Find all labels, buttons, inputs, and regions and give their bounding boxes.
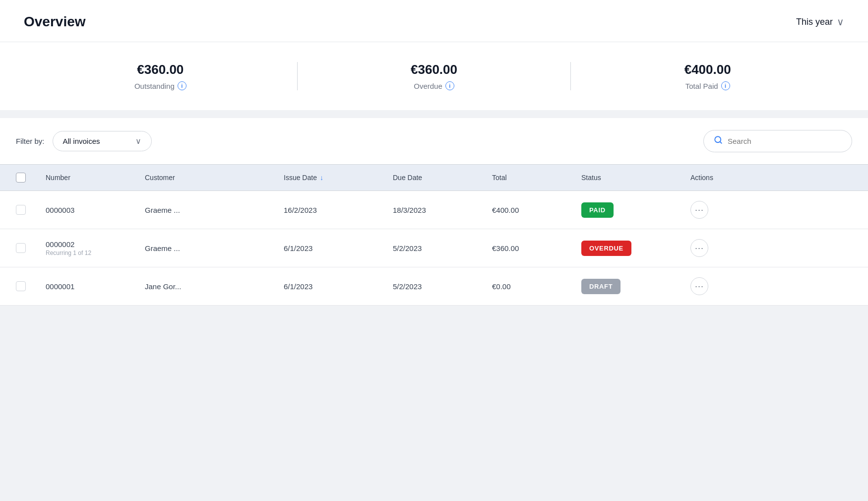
- status-badge-2: DRAFT: [581, 279, 620, 294]
- overdue-label-row: Overdue i: [414, 81, 454, 90]
- select-all-checkbox[interactable]: [16, 173, 26, 183]
- column-actions: Actions: [690, 174, 750, 182]
- search-icon: [714, 135, 723, 147]
- row-due-date-1: 5/2/2023: [393, 244, 492, 252]
- outstanding-label: Outstanding: [134, 82, 175, 90]
- row-checkbox-cell-0: [16, 205, 46, 215]
- row-checkbox-1[interactable]: [16, 243, 26, 253]
- row-issue-date-2: 6/1/2023: [284, 282, 393, 291]
- row-number-1: 0000002: [46, 240, 145, 249]
- row-status-cell-0: PAID: [581, 202, 690, 218]
- filter-chevron-icon: ∨: [135, 136, 141, 146]
- header-card: Overview This year ∨: [0, 0, 868, 42]
- row-total-0: €400.00: [492, 206, 581, 214]
- outstanding-stat: €360.00 Outstanding i: [24, 62, 297, 90]
- period-label: This year: [796, 17, 833, 27]
- outstanding-label-row: Outstanding i: [134, 81, 186, 90]
- table-header: Number Customer Issue Date ↓ Due Date To…: [0, 164, 868, 191]
- total-paid-stat: €400.00 Total Paid i: [570, 62, 844, 90]
- filter-section: Filter by: All invoices ∨: [0, 118, 868, 164]
- column-due-date: Due Date: [393, 174, 492, 182]
- row-actions-cell-2: ···: [690, 277, 750, 295]
- filter-left: Filter by: All invoices ∨: [16, 131, 152, 151]
- header-checkbox-cell: [16, 173, 46, 183]
- filter-label: Filter by:: [16, 137, 45, 145]
- row-status-cell-1: OVERDUE: [581, 241, 690, 256]
- page-wrapper: Overview This year ∨ €360.00 Outstanding…: [0, 0, 868, 306]
- total-paid-info-icon[interactable]: i: [721, 81, 730, 90]
- table-row: 0000001 Jane Gor... 6/1/2023 5/2/2023 €0…: [0, 267, 868, 306]
- row-number-cell-2: 0000001: [46, 282, 145, 291]
- search-box[interactable]: [703, 130, 852, 152]
- row-actions-cell-1: ···: [690, 239, 750, 257]
- row-status-cell-2: DRAFT: [581, 279, 690, 294]
- column-issue-date[interactable]: Issue Date ↓: [284, 174, 393, 182]
- column-total: Total: [492, 174, 581, 182]
- row-number-2: 0000001: [46, 282, 145, 291]
- column-number: Number: [46, 174, 145, 182]
- filter-dropdown-value: All invoices: [63, 137, 100, 145]
- row-actions-cell-0: ···: [690, 201, 750, 219]
- row-issue-date-0: 16/2/2023: [284, 206, 393, 214]
- row-customer-0: Graeme ...: [145, 206, 284, 214]
- row-issue-date-1: 6/1/2023: [284, 244, 393, 252]
- status-badge-1: OVERDUE: [581, 241, 631, 256]
- overdue-label: Overdue: [414, 82, 442, 90]
- outstanding-amount: €360.00: [137, 62, 184, 77]
- table-row: 0000002 Recurring 1 of 12 Graeme ... 6/1…: [0, 229, 868, 267]
- row-recurring-1: Recurring 1 of 12: [46, 250, 145, 256]
- row-number-cell-1: 0000002 Recurring 1 of 12: [46, 240, 145, 256]
- page-title: Overview: [24, 14, 86, 30]
- status-badge-0: PAID: [581, 202, 614, 218]
- total-paid-label-row: Total Paid i: [685, 81, 730, 90]
- column-status: Status: [581, 174, 690, 182]
- actions-menu-button-0[interactable]: ···: [690, 201, 708, 219]
- period-selector[interactable]: This year ∨: [796, 16, 844, 28]
- row-checkbox-0[interactable]: [16, 205, 26, 215]
- row-checkbox-cell-1: [16, 243, 46, 253]
- overdue-stat: €360.00 Overdue i: [297, 62, 571, 90]
- filter-dropdown[interactable]: All invoices ∨: [53, 131, 152, 151]
- row-due-date-2: 5/2/2023: [393, 282, 492, 291]
- row-number-0: 0000003: [46, 206, 145, 214]
- table-row: 0000003 Graeme ... 16/2/2023 18/3/2023 €…: [0, 191, 868, 229]
- row-total-2: €0.00: [492, 282, 581, 291]
- total-paid-amount: €400.00: [684, 62, 731, 77]
- header-top: Overview This year ∨: [24, 14, 844, 42]
- outstanding-info-icon[interactable]: i: [178, 81, 186, 90]
- row-customer-1: Graeme ...: [145, 244, 284, 252]
- table-container: Number Customer Issue Date ↓ Due Date To…: [0, 164, 868, 306]
- sort-desc-icon: ↓: [320, 174, 323, 182]
- column-customer: Customer: [145, 174, 284, 182]
- actions-menu-button-2[interactable]: ···: [690, 277, 708, 295]
- row-checkbox-cell-2: [16, 281, 46, 291]
- total-paid-label: Total Paid: [685, 82, 718, 90]
- row-customer-2: Jane Gor...: [145, 282, 284, 291]
- row-total-1: €360.00: [492, 244, 581, 252]
- row-checkbox-2[interactable]: [16, 281, 26, 291]
- search-input[interactable]: [728, 137, 842, 145]
- overdue-info-icon[interactable]: i: [445, 81, 454, 90]
- actions-menu-button-1[interactable]: ···: [690, 239, 708, 257]
- period-chevron-icon: ∨: [837, 16, 844, 28]
- overdue-amount: €360.00: [411, 62, 457, 77]
- table-body: 0000003 Graeme ... 16/2/2023 18/3/2023 €…: [0, 191, 868, 306]
- row-number-cell-0: 0000003: [46, 206, 145, 214]
- svg-line-1: [720, 141, 721, 143]
- stats-card: €360.00 Outstanding i €360.00 Overdue i …: [0, 42, 868, 110]
- row-due-date-0: 18/3/2023: [393, 206, 492, 214]
